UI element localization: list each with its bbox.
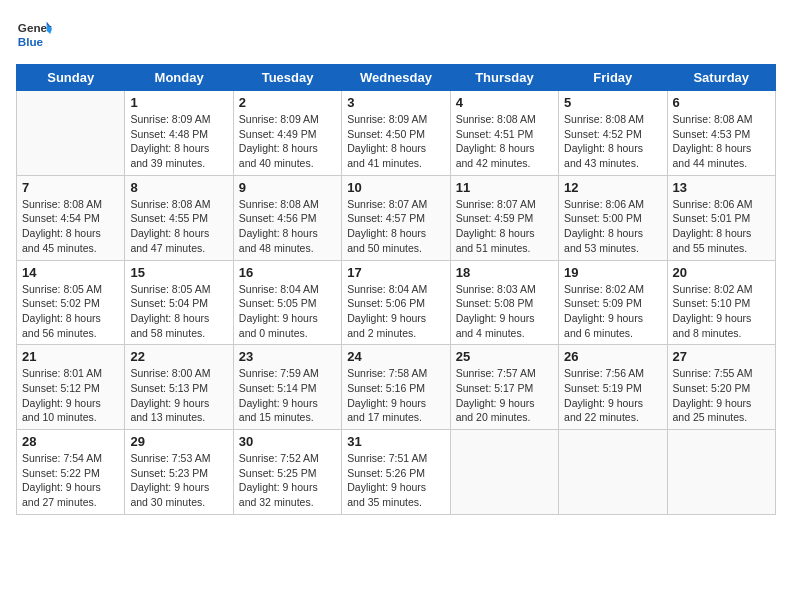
calendar-day-cell: 8Sunrise: 8:08 AMSunset: 4:55 PMDaylight… <box>125 175 233 260</box>
calendar-day-cell: 16Sunrise: 8:04 AMSunset: 5:05 PMDayligh… <box>233 260 341 345</box>
calendar-day-cell: 29Sunrise: 7:53 AMSunset: 5:23 PMDayligh… <box>125 430 233 515</box>
calendar-day-cell: 7Sunrise: 8:08 AMSunset: 4:54 PMDaylight… <box>17 175 125 260</box>
day-number: 31 <box>347 434 444 449</box>
calendar-day-cell <box>17 91 125 176</box>
day-info: Sunrise: 8:06 AMSunset: 5:00 PMDaylight:… <box>564 197 661 256</box>
day-info: Sunrise: 7:52 AMSunset: 5:25 PMDaylight:… <box>239 451 336 510</box>
calendar-header-cell: Tuesday <box>233 65 341 91</box>
day-number: 30 <box>239 434 336 449</box>
day-number: 4 <box>456 95 553 110</box>
calendar-week-row: 1Sunrise: 8:09 AMSunset: 4:48 PMDaylight… <box>17 91 776 176</box>
calendar-header-cell: Saturday <box>667 65 775 91</box>
calendar-day-cell: 25Sunrise: 7:57 AMSunset: 5:17 PMDayligh… <box>450 345 558 430</box>
day-number: 15 <box>130 265 227 280</box>
calendar-day-cell: 6Sunrise: 8:08 AMSunset: 4:53 PMDaylight… <box>667 91 775 176</box>
day-number: 3 <box>347 95 444 110</box>
calendar-day-cell: 30Sunrise: 7:52 AMSunset: 5:25 PMDayligh… <box>233 430 341 515</box>
day-number: 6 <box>673 95 770 110</box>
day-info: Sunrise: 8:01 AMSunset: 5:12 PMDaylight:… <box>22 366 119 425</box>
calendar-header-cell: Thursday <box>450 65 558 91</box>
day-info: Sunrise: 8:08 AMSunset: 4:56 PMDaylight:… <box>239 197 336 256</box>
day-info: Sunrise: 8:08 AMSunset: 4:53 PMDaylight:… <box>673 112 770 171</box>
day-info: Sunrise: 7:54 AMSunset: 5:22 PMDaylight:… <box>22 451 119 510</box>
day-info: Sunrise: 7:56 AMSunset: 5:19 PMDaylight:… <box>564 366 661 425</box>
day-info: Sunrise: 7:58 AMSunset: 5:16 PMDaylight:… <box>347 366 444 425</box>
day-info: Sunrise: 8:09 AMSunset: 4:49 PMDaylight:… <box>239 112 336 171</box>
calendar-day-cell: 12Sunrise: 8:06 AMSunset: 5:00 PMDayligh… <box>559 175 667 260</box>
calendar-day-cell: 28Sunrise: 7:54 AMSunset: 5:22 PMDayligh… <box>17 430 125 515</box>
header: General Blue <box>16 16 776 52</box>
logo-icon: General Blue <box>16 16 52 52</box>
calendar-week-row: 14Sunrise: 8:05 AMSunset: 5:02 PMDayligh… <box>17 260 776 345</box>
day-number: 26 <box>564 349 661 364</box>
day-number: 10 <box>347 180 444 195</box>
calendar-day-cell: 1Sunrise: 8:09 AMSunset: 4:48 PMDaylight… <box>125 91 233 176</box>
day-number: 16 <box>239 265 336 280</box>
day-number: 19 <box>564 265 661 280</box>
day-info: Sunrise: 8:06 AMSunset: 5:01 PMDaylight:… <box>673 197 770 256</box>
day-number: 8 <box>130 180 227 195</box>
calendar-week-row: 28Sunrise: 7:54 AMSunset: 5:22 PMDayligh… <box>17 430 776 515</box>
calendar-day-cell: 14Sunrise: 8:05 AMSunset: 5:02 PMDayligh… <box>17 260 125 345</box>
day-number: 21 <box>22 349 119 364</box>
calendar-day-cell: 11Sunrise: 8:07 AMSunset: 4:59 PMDayligh… <box>450 175 558 260</box>
day-info: Sunrise: 8:02 AMSunset: 5:09 PMDaylight:… <box>564 282 661 341</box>
day-number: 22 <box>130 349 227 364</box>
day-info: Sunrise: 8:07 AMSunset: 4:59 PMDaylight:… <box>456 197 553 256</box>
calendar-day-cell: 10Sunrise: 8:07 AMSunset: 4:57 PMDayligh… <box>342 175 450 260</box>
day-info: Sunrise: 7:51 AMSunset: 5:26 PMDaylight:… <box>347 451 444 510</box>
day-info: Sunrise: 8:00 AMSunset: 5:13 PMDaylight:… <box>130 366 227 425</box>
day-number: 7 <box>22 180 119 195</box>
day-info: Sunrise: 8:07 AMSunset: 4:57 PMDaylight:… <box>347 197 444 256</box>
day-number: 2 <box>239 95 336 110</box>
day-info: Sunrise: 8:04 AMSunset: 5:06 PMDaylight:… <box>347 282 444 341</box>
day-info: Sunrise: 7:59 AMSunset: 5:14 PMDaylight:… <box>239 366 336 425</box>
day-number: 11 <box>456 180 553 195</box>
calendar-day-cell: 31Sunrise: 7:51 AMSunset: 5:26 PMDayligh… <box>342 430 450 515</box>
day-info: Sunrise: 8:09 AMSunset: 4:50 PMDaylight:… <box>347 112 444 171</box>
calendar-header-cell: Friday <box>559 65 667 91</box>
day-number: 5 <box>564 95 661 110</box>
logo: General Blue <box>16 16 56 52</box>
calendar-day-cell: 9Sunrise: 8:08 AMSunset: 4:56 PMDaylight… <box>233 175 341 260</box>
day-number: 24 <box>347 349 444 364</box>
day-number: 23 <box>239 349 336 364</box>
day-number: 29 <box>130 434 227 449</box>
calendar-header-row: SundayMondayTuesdayWednesdayThursdayFrid… <box>17 65 776 91</box>
calendar-day-cell: 27Sunrise: 7:55 AMSunset: 5:20 PMDayligh… <box>667 345 775 430</box>
calendar-day-cell: 5Sunrise: 8:08 AMSunset: 4:52 PMDaylight… <box>559 91 667 176</box>
calendar-day-cell <box>450 430 558 515</box>
calendar-header-cell: Sunday <box>17 65 125 91</box>
day-number: 13 <box>673 180 770 195</box>
calendar-day-cell: 18Sunrise: 8:03 AMSunset: 5:08 PMDayligh… <box>450 260 558 345</box>
calendar-day-cell: 24Sunrise: 7:58 AMSunset: 5:16 PMDayligh… <box>342 345 450 430</box>
day-number: 18 <box>456 265 553 280</box>
day-info: Sunrise: 8:08 AMSunset: 4:52 PMDaylight:… <box>564 112 661 171</box>
day-number: 17 <box>347 265 444 280</box>
calendar-day-cell: 21Sunrise: 8:01 AMSunset: 5:12 PMDayligh… <box>17 345 125 430</box>
page-container: General Blue SundayMondayTuesdayWednesda… <box>0 0 792 523</box>
calendar-body: 1Sunrise: 8:09 AMSunset: 4:48 PMDaylight… <box>17 91 776 515</box>
day-info: Sunrise: 8:04 AMSunset: 5:05 PMDaylight:… <box>239 282 336 341</box>
day-number: 14 <box>22 265 119 280</box>
day-number: 9 <box>239 180 336 195</box>
day-number: 28 <box>22 434 119 449</box>
calendar-week-row: 7Sunrise: 8:08 AMSunset: 4:54 PMDaylight… <box>17 175 776 260</box>
day-number: 25 <box>456 349 553 364</box>
day-info: Sunrise: 8:08 AMSunset: 4:54 PMDaylight:… <box>22 197 119 256</box>
day-info: Sunrise: 7:53 AMSunset: 5:23 PMDaylight:… <box>130 451 227 510</box>
calendar-day-cell: 26Sunrise: 7:56 AMSunset: 5:19 PMDayligh… <box>559 345 667 430</box>
calendar-day-cell: 15Sunrise: 8:05 AMSunset: 5:04 PMDayligh… <box>125 260 233 345</box>
day-number: 12 <box>564 180 661 195</box>
calendar-day-cell: 4Sunrise: 8:08 AMSunset: 4:51 PMDaylight… <box>450 91 558 176</box>
day-info: Sunrise: 8:05 AMSunset: 5:04 PMDaylight:… <box>130 282 227 341</box>
calendar-header-cell: Wednesday <box>342 65 450 91</box>
day-number: 20 <box>673 265 770 280</box>
calendar-week-row: 21Sunrise: 8:01 AMSunset: 5:12 PMDayligh… <box>17 345 776 430</box>
svg-text:Blue: Blue <box>18 35 44 48</box>
day-info: Sunrise: 8:05 AMSunset: 5:02 PMDaylight:… <box>22 282 119 341</box>
day-info: Sunrise: 8:02 AMSunset: 5:10 PMDaylight:… <box>673 282 770 341</box>
day-info: Sunrise: 8:03 AMSunset: 5:08 PMDaylight:… <box>456 282 553 341</box>
calendar-day-cell <box>667 430 775 515</box>
calendar-day-cell: 20Sunrise: 8:02 AMSunset: 5:10 PMDayligh… <box>667 260 775 345</box>
